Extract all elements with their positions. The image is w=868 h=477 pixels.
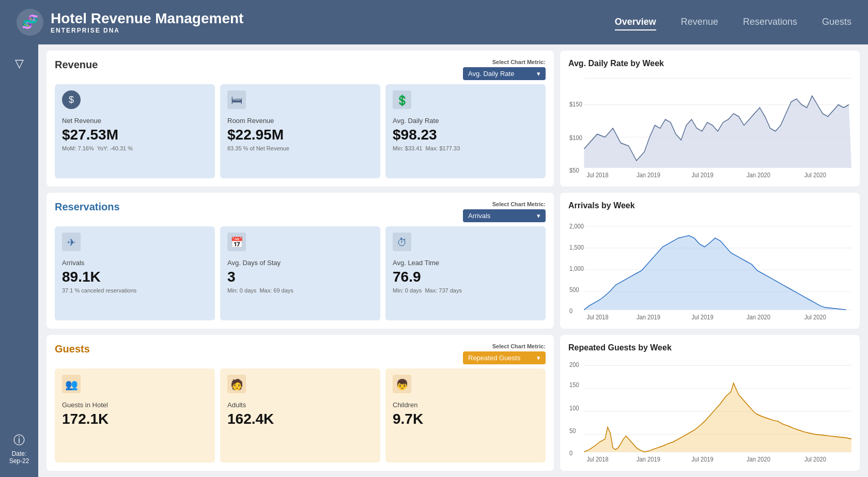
app-title: Hotel Revenue Management [51, 10, 243, 27]
guests-stats: 👥 Guests in Hotel 172.1K 🧑 Adults 162.4K [55, 368, 546, 463]
reservations-card: Reservations Select Chart Metric: Arriva… [47, 193, 554, 329]
svg-text:✈: ✈ [67, 237, 76, 248]
nav-overview[interactable]: Overview [615, 14, 656, 30]
guests-chart-svg: 0 50 100 150 200 Jul 2018 Jan 2019 Jul 2… [568, 357, 851, 463]
dropdown-arrow-icon: ▾ [537, 70, 540, 78]
net-revenue-sub1: MoM: 7.16% YoY: -40.31 % [62, 145, 208, 151]
sidebar-date: Date: Sep-22 [9, 450, 29, 465]
room-revenue-value: $22.95M [227, 127, 373, 143]
children-label: Children [393, 401, 538, 409]
filter-icon[interactable]: ▽ [15, 57, 24, 70]
svg-text:Jul 2020: Jul 2020 [804, 455, 827, 463]
reservations-row: Reservations Select Chart Metric: Arriva… [47, 193, 860, 329]
svg-text:Jul 2018: Jul 2018 [587, 171, 609, 178]
bed-icon: 🛏 [227, 90, 373, 113]
reservations-chart-card: Arrivals by Week 0 500 1,000 1,500 2,000… [560, 193, 860, 329]
svg-text:Jan 2020: Jan 2020 [747, 455, 770, 463]
stat-avg-rate: 💲 Avg. Daily Rate $98.23 Min: $33.41 Max… [385, 84, 546, 178]
reservations-metric-selector: Select Chart Metric: Arrivals ▾ [463, 201, 546, 222]
svg-text:Jul 2019: Jul 2019 [691, 313, 714, 320]
main-layout: ▽ ⓘ Date: Sep-22 Revenue Select Chart Me… [0, 44, 868, 477]
svg-text:Jul 2019: Jul 2019 [691, 455, 714, 463]
dropdown-arrow-res-icon: ▾ [537, 212, 540, 220]
svg-text:Jan 2020: Jan 2020 [747, 313, 770, 320]
svg-text:Jul 2020: Jul 2020 [804, 171, 827, 178]
dropdown-arrow-guests-icon: ▾ [537, 354, 540, 362]
net-revenue-label: Net Revenue [62, 117, 208, 125]
avg-rate-sub: Min: $33.41 Max: $177.33 [393, 145, 538, 151]
app-subtitle: ENTERPRISE DNA [51, 27, 243, 34]
revenue-row: Revenue Select Chart Metric: Avg. Daily … [47, 51, 860, 187]
arrivals-sub: 37.1 % canceled reservations [62, 287, 208, 294]
svg-text:📅: 📅 [230, 236, 243, 249]
avg-rate-label: Avg. Daily Rate [393, 117, 538, 125]
reservations-stats: ✈ Arrivals 89.1K 37.1 % canceled reserva… [55, 226, 546, 320]
sidebar-bottom: ⓘ Date: Sep-22 [9, 433, 29, 465]
revenue-chart-title: Avg. Daily Rate by Week [568, 59, 851, 68]
avg-stay-label: Avg. Days of Stay [227, 259, 373, 267]
header: 🧬 Hotel Revenue Management ENTERPRISE DN… [0, 0, 868, 44]
svg-text:Jan 2019: Jan 2019 [637, 171, 660, 178]
guests-chart-card: Repeated Guests by Week 0 50 100 150 200… [560, 335, 860, 471]
reservations-chart-container: 0 500 1,000 1,500 2,000 Jul 2018 Jan 201… [568, 214, 851, 320]
svg-text:Jul 2018: Jul 2018 [587, 455, 609, 463]
lead-time-sub: Min: 0 days Max: 737 days [393, 287, 538, 294]
svg-text:Jul 2020: Jul 2020 [804, 313, 827, 320]
nav-revenue[interactable]: Revenue [681, 14, 718, 30]
svg-text:🛏: 🛏 [231, 94, 242, 106]
stat-room-revenue: 🛏 Room Revenue $22.95M 83.35 % of Net Re… [220, 84, 380, 178]
svg-text:0: 0 [569, 307, 573, 315]
svg-text:$: $ [69, 95, 74, 105]
guests-metric-selector: Select Chart Metric: Repeated Guests ▾ [463, 343, 546, 364]
stat-net-revenue: $ Net Revenue $27.53M MoM: 7.16% YoY: -4… [55, 84, 215, 178]
stat-lead-time: ⏱ Avg. Lead Time 76.9 Min: 0 days Max: 7… [385, 226, 546, 320]
svg-text:🧑: 🧑 [230, 378, 243, 391]
svg-text:$50: $50 [569, 166, 579, 174]
lead-time-icon: ⏱ [393, 233, 538, 255]
svg-text:0: 0 [569, 450, 573, 457]
stat-guests-hotel: 👥 Guests in Hotel 172.1K [55, 368, 215, 463]
svg-text:Jan 2019: Jan 2019 [637, 455, 660, 463]
stat-arrivals: ✈ Arrivals 89.1K 37.1 % canceled reserva… [55, 226, 215, 320]
revenue-metric-dropdown[interactable]: Avg. Daily Rate ▾ [463, 67, 546, 80]
avg-rate-value: $98.23 [393, 127, 538, 143]
guests-metric-dropdown[interactable]: Repeated Guests ▾ [463, 351, 546, 364]
reservations-chart-title: Arrivals by Week [568, 201, 851, 210]
guests-hotel-value: 172.1K [62, 411, 208, 427]
revenue-title: Revenue [55, 59, 98, 71]
svg-text:150: 150 [569, 381, 579, 389]
svg-text:50: 50 [569, 427, 576, 435]
revenue-metric-selector: Select Chart Metric: Avg. Daily Rate ▾ [463, 59, 546, 80]
guests-header: Guests Select Chart Metric: Repeated Gue… [55, 343, 546, 368]
svg-text:💲: 💲 [396, 94, 409, 106]
main-nav: Overview Revenue Reservations Guests [615, 14, 851, 30]
svg-text:200: 200 [569, 361, 579, 369]
guests-row: Guests Select Chart Metric: Repeated Gue… [47, 335, 860, 471]
children-icon: 👦 [393, 375, 538, 397]
children-value: 9.7K [393, 411, 538, 427]
svg-text:Jan 2019: Jan 2019 [637, 313, 660, 320]
logo-area: 🧬 Hotel Revenue Management ENTERPRISE DN… [17, 9, 615, 36]
guests-metric-label: Select Chart Metric: [492, 343, 546, 349]
svg-text:Jul 2018: Jul 2018 [587, 313, 609, 320]
svg-text:1,500: 1,500 [569, 244, 584, 252]
nav-reservations[interactable]: Reservations [743, 14, 797, 30]
reservations-metric-dropdown[interactable]: Arrivals ▾ [463, 209, 546, 222]
guests-title: Guests [55, 343, 90, 355]
lead-time-value: 76.9 [393, 269, 538, 285]
coin-icon: 💲 [393, 90, 538, 113]
arrivals-label: Arrivals [62, 259, 208, 267]
arrivals-icon: ✈ [62, 233, 208, 255]
guests-hotel-icon: 👥 [62, 375, 208, 397]
content-area: Revenue Select Chart Metric: Avg. Daily … [38, 44, 868, 477]
revenue-card: Revenue Select Chart Metric: Avg. Daily … [47, 51, 554, 187]
stat-children: 👦 Children 9.7K [385, 368, 546, 463]
stat-avg-stay: 📅 Avg. Days of Stay 3 Min: 0 days Max: 6… [220, 226, 380, 320]
svg-text:👥: 👥 [65, 378, 78, 391]
info-icon[interactable]: ⓘ [13, 433, 25, 448]
arrivals-value: 89.1K [62, 269, 208, 285]
revenue-chart-container: $50 $100 $150 Jul 2018 Jan 2019 Jul 2019… [568, 72, 851, 178]
svg-text:500: 500 [569, 286, 579, 294]
reservations-chart-svg: 0 500 1,000 1,500 2,000 Jul 2018 Jan 201… [568, 214, 851, 320]
nav-guests[interactable]: Guests [822, 14, 851, 30]
